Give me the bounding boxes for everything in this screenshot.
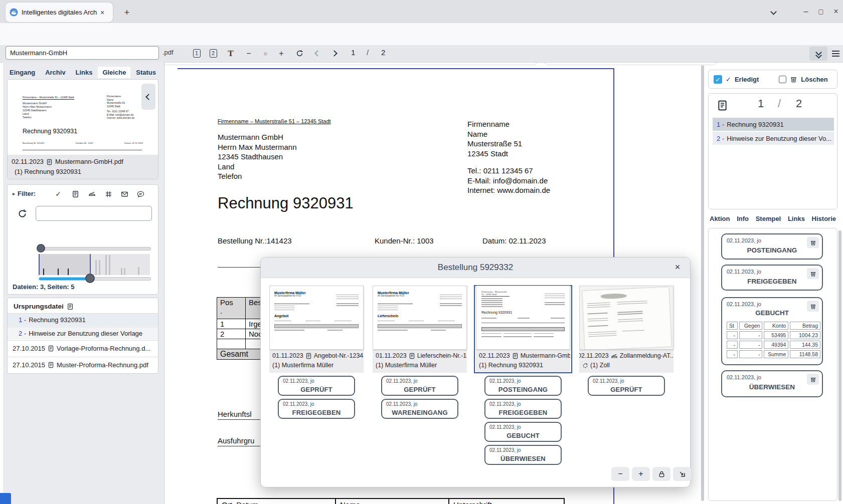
zoom-out-icon[interactable]: − [242,47,256,60]
sidebar-tab-links[interactable]: Links [71,67,97,78]
stamp-gebucht[interactable]: 02.11.2023, jo GEBUCHT St Gegen Konto Be… [721,297,823,365]
range-slider-start[interactable] [39,247,151,250]
previous-page-icon[interactable] [310,47,324,60]
erledigt-checkbox[interactable]: ✓ [714,75,722,84]
stamp-gebucht[interactable]: 02.11.2023, jo GEBUCHT [484,422,562,442]
window-maximize-icon[interactable]: ▢ [815,6,826,17]
filter-grid-icon[interactable] [103,189,114,199]
range-slider-start-handle[interactable] [37,244,45,253]
stamp-freigegeben[interactable]: 02.11.2023, jo FREIGEGEBEN [721,265,823,291]
stamp-posteingang[interactable]: 02.11.2023, jo POSTEINGANG [721,233,823,260]
stamp-freigegeben[interactable]: 02.11.2023, jo FREIGEGEBEN [484,399,562,419]
stamps-scrollbar[interactable] [838,230,841,501]
expand-all-chevron-icon[interactable] [809,47,827,61]
order-number: Bestellung Nr.:141423 [218,236,292,245]
filter-label: Filter: [18,190,36,197]
stamp-wareneingang[interactable]: 02.11.2023, jo WARENEINGANG [381,399,458,419]
tab-close-icon[interactable]: × [100,9,104,17]
document-icon [716,99,729,112]
doc-caption[interactable]: 01.11.2023 Lieferschein-Nr.-12... (1) Mu… [373,350,467,373]
invoice-date: Datum: 02.11.2023 [482,236,546,245]
site-favicon [10,8,18,17]
modal-close-icon[interactable]: × [672,262,683,273]
browser-tab[interactable]: Intelligentes digitales Arch × [6,3,113,22]
filter-refresh-icon[interactable] [16,207,29,220]
linked-doc-card-selected: Firmenname – Musterstraße 51 – 12345 Sta… [474,286,572,465]
stamp-geprueft[interactable]: 02.11.2023, jo GEPRÜFT [381,376,458,396]
doc-thumbnail[interactable]: Firmenname – Musterstraße 51 – 12345 Sta… [476,286,570,350]
range-slider-end[interactable] [39,277,151,281]
doc-thumbnail[interactable]: Musterfirma Müller Ihr Servicepartner fü… [373,286,467,350]
panel-page-current: 1 [758,97,764,110]
filter-header[interactable]: ▸ Filter: [13,190,36,197]
origin-file-row[interactable]: 27.10.2015 Vorlage-Proforma-Rechnung.d..… [8,340,158,356]
loeschen-checkbox[interactable] [779,76,786,83]
origin-file-row[interactable]: 27.10.2015 Muster-Proforma-Rechnung.pdf [8,357,158,373]
stamp-posteingang[interactable]: 02.11.2023, jo POSTEINGANG [484,376,562,396]
document-thumbnail[interactable]: Firmenname – Musterstraße 51 – 12345 Sta… [8,80,158,155]
doc-caption[interactable]: 01.11.2023 Angebot-Nr.-1234.pdf (1) Must… [269,350,364,373]
page-histogram [39,254,150,275]
filter-mail-icon[interactable] [119,189,130,199]
sidebar-tab-gleiche[interactable]: Gleiche [98,67,130,78]
sidebar-tab-eingang[interactable]: Eingang [5,67,40,78]
new-tab-button[interactable]: + [120,6,133,19]
stempel-card: 02.11.2023, jo POSTEINGANG 02.11.2023, j… [708,228,837,501]
origin-page-row[interactable]: 2 -Hinweise zur Benutzung dieser Vorlage [8,327,158,340]
sidebar-tab-status[interactable]: Status [131,67,160,78]
window-minimize-icon[interactable]: – [800,6,811,17]
next-page-icon[interactable] [327,47,341,60]
panel-menu-icon[interactable] [829,48,841,59]
stamp-ueberwiesen[interactable]: 02.11.2023, jo ÜBERWIESEN [721,370,823,397]
document-name-input[interactable] [6,46,159,60]
signature-table: Ort, Datum Name Unterschrift [217,498,565,504]
filter-search-input[interactable] [36,206,152,221]
tab-aktion[interactable]: Aktion [707,213,732,224]
stamp-ueberwiesen[interactable]: 02.11.2023, jo ÜBERWIESEN [484,445,562,465]
dock-icon[interactable] [673,467,691,481]
tab-links[interactable]: Links [785,213,807,224]
zoom-in-icon[interactable]: + [274,47,288,60]
doc-thumbnail[interactable] [579,286,673,350]
tab-stempel[interactable]: Stempel [753,213,784,224]
trash-icon [790,76,797,83]
doc-thumbnail[interactable]: Musterfirma Müller Ihr Servicepartner fü… [269,286,364,350]
single-page-icon[interactable]: 1 [190,47,204,60]
collapse-panel-button[interactable] [141,84,155,110]
panel-page-row-selected[interactable]: 1 -Rechnung 9320931 [713,118,834,131]
range-slider-end-handle[interactable] [85,274,95,283]
rotate-badge-icon[interactable] [582,363,588,369]
modal-zoom-out-button[interactable]: − [611,467,629,481]
sender-line: Firmenname – Musterstraße 51 – 12345 Sta… [218,118,331,124]
file-subline: (1) Rechnung 9320931 [15,167,81,177]
stamp-geprueft[interactable]: 02.11.2023, jo GEPRÜFT [588,376,665,396]
panel-scrollbar[interactable] [701,65,704,501]
window-close-icon[interactable]: × [830,6,841,17]
zoom-reset-icon[interactable]: ○ [258,47,272,60]
panel-page-row[interactable]: 2 -Hinweise zur Benutzung dieser Vo... [713,132,834,145]
status-card: ✓ ✓ Erledigt Löschen [708,70,837,89]
filter-document-icon[interactable] [70,189,81,199]
file-list-item[interactable]: 02.11.2023 Mustermann-GmbH.pdf (1) Rechn… [8,155,158,179]
tab-historie[interactable]: Historie [809,213,838,224]
grid-badge [0,493,11,504]
doc-caption[interactable]: 02.11.2023 Zollanmeldung-AT... (1) Zoll [579,350,673,373]
file-date: 02.11.2023 [12,157,44,167]
filter-check-icon[interactable]: ✓ [53,189,64,199]
rotate-icon[interactable] [292,47,306,60]
doc-caption[interactable]: 02.11.2023 Mustermann-Gmb... (1) Rechnun… [476,350,570,373]
sidebar-tab-archiv[interactable]: Archiv [41,67,70,78]
stamp-freigegeben[interactable]: 02.11.2023, jo FREIGEGEBEN [278,399,355,419]
two-page-icon[interactable]: 2 [206,47,220,60]
app-toolbar: .pdf 1 2 T − ○ + 1 / 2 [0,45,843,63]
origin-page-row[interactable]: 1 -Rechnung 9320931 [8,313,158,326]
current-page-number[interactable]: 1 [351,48,355,57]
tab-info[interactable]: Info [734,213,751,224]
filter-scanner-icon[interactable] [86,189,97,199]
stamp-geprueft[interactable]: 02.11.2023, jo GEPRÜFT [278,376,355,396]
lock-icon[interactable] [652,467,670,481]
text-tool-icon[interactable]: T [224,47,238,60]
list-tabs-chevron-icon[interactable] [767,8,779,18]
filter-comment-icon[interactable] [135,189,146,199]
modal-zoom-in-button[interactable]: + [632,467,650,481]
